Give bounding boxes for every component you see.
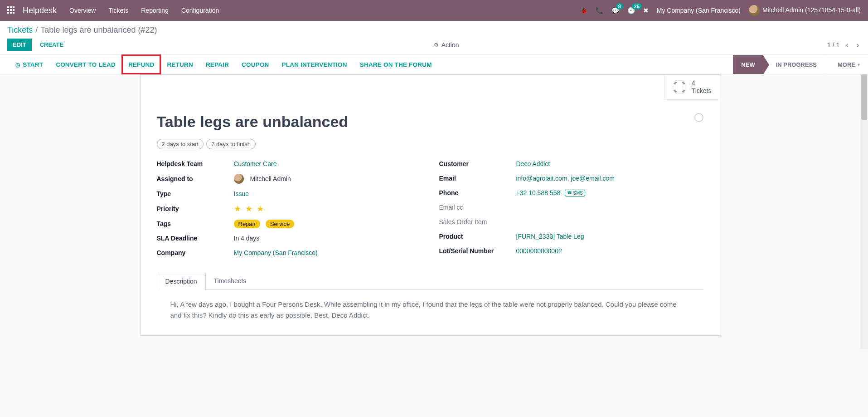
notebook-tabs: Description Timesheets bbox=[157, 273, 703, 290]
value-company[interactable]: My Company (San Francisco) bbox=[234, 249, 318, 256]
scrollbar-thumb[interactable] bbox=[861, 74, 867, 120]
tag-service[interactable]: Service bbox=[266, 220, 294, 228]
label-deadline: SLA Deadline bbox=[157, 235, 234, 242]
label-emailcc: Email cc bbox=[439, 204, 516, 211]
scrollbar[interactable]: ▲ bbox=[860, 74, 868, 349]
user-menu[interactable]: Mitchell Admin (12571854-15-0-all) bbox=[749, 5, 861, 16]
label-product: Product bbox=[439, 233, 516, 240]
avatar-icon bbox=[234, 174, 244, 184]
tickets-label: Tickets bbox=[692, 87, 712, 95]
label-customer: Customer bbox=[439, 160, 516, 167]
avatar-icon bbox=[749, 5, 760, 16]
value-lot[interactable]: 0000000000002 bbox=[516, 247, 562, 255]
activities-icon[interactable]: 🕘25 bbox=[627, 7, 635, 14]
label-phone: Phone bbox=[439, 189, 516, 196]
value-email[interactable]: info@agrolait.com, joe@email.com bbox=[516, 175, 615, 182]
pager-prev-icon[interactable]: ‹ bbox=[844, 39, 850, 51]
actions-row: EDIT CREATE Action 1 / 1 ‹ › bbox=[7, 39, 861, 51]
repair-button[interactable]: REPAIR bbox=[199, 55, 235, 74]
create-button[interactable]: CREATE bbox=[38, 39, 65, 51]
stage-more[interactable]: MORE▾ bbox=[825, 55, 868, 74]
value-deadline: In 4 days bbox=[234, 235, 421, 242]
chevron-down-icon: ▾ bbox=[858, 62, 860, 67]
share-forum-button[interactable]: SHARE ON THE FORUM bbox=[354, 55, 438, 74]
priority-stars[interactable]: ★ ★ ★ bbox=[234, 204, 421, 214]
breadcrumb-current: Table legs are unbalanced (#22) bbox=[40, 25, 157, 35]
start-button[interactable]: START bbox=[9, 55, 49, 74]
pager: 1 / 1 ‹ › bbox=[827, 39, 861, 51]
status-bar: START CONVERT TO LEAD REFUND RETURN REPA… bbox=[0, 54, 868, 74]
ticket-title: Table legs are unbalanced bbox=[157, 113, 349, 131]
label-soi: Sales Order Item bbox=[439, 218, 516, 226]
topbar-right: 🐞 📞 💬8 🕘25 ✖ My Company (San Francisco) … bbox=[580, 5, 861, 16]
stage-in-progress[interactable]: IN PROGRESS bbox=[763, 55, 825, 74]
value-product[interactable]: [FURN_2333] Table Leg bbox=[516, 233, 584, 240]
form-sheet: 4Tickets Table legs are unbalanced 2 day… bbox=[140, 74, 720, 336]
top-nav: Overview Tickets Reporting Configuration bbox=[69, 7, 580, 14]
label-company: Company bbox=[157, 249, 234, 256]
user-name: Mitchell Admin (12571854-15-0-all) bbox=[762, 6, 861, 14]
label-lot: Lot/Serial Number bbox=[439, 247, 516, 255]
breadcrumb-root[interactable]: Tickets bbox=[7, 25, 33, 35]
messages-icon[interactable]: 💬8 bbox=[611, 7, 619, 14]
tools-icon[interactable]: ✖ bbox=[643, 7, 649, 14]
refund-button[interactable]: REFUND bbox=[122, 55, 160, 74]
nav-configuration[interactable]: Configuration bbox=[181, 7, 219, 14]
coupon-button[interactable]: COUPON bbox=[235, 55, 275, 74]
label-priority: Priority bbox=[157, 205, 234, 212]
value-team[interactable]: Customer Care bbox=[234, 160, 277, 167]
control-panel: Tickets / Table legs are unbalanced (#22… bbox=[0, 21, 868, 54]
sla-pill: 2 days to start bbox=[157, 139, 204, 149]
plan-intervention-button[interactable]: PLAN INTERVENTION bbox=[276, 55, 354, 74]
return-button[interactable]: RETURN bbox=[160, 55, 199, 74]
pager-next-icon[interactable]: › bbox=[855, 39, 861, 51]
sms-button[interactable]: SMS bbox=[565, 190, 585, 196]
lifering-icon bbox=[673, 80, 686, 94]
action-dropdown[interactable]: Action bbox=[434, 41, 459, 49]
sla-pill: 7 days to finish bbox=[206, 139, 256, 149]
pager-value: 1 / 1 bbox=[827, 41, 839, 49]
topbar: Helpdesk Overview Tickets Reporting Conf… bbox=[0, 0, 868, 21]
tab-timesheets[interactable]: Timesheets bbox=[206, 273, 255, 289]
value-type[interactable]: Issue bbox=[234, 190, 249, 197]
activities-badge: 25 bbox=[632, 3, 642, 10]
app-brand[interactable]: Helpdesk bbox=[23, 6, 57, 15]
apps-icon[interactable] bbox=[7, 6, 15, 15]
tab-description[interactable]: Description bbox=[157, 273, 206, 290]
nav-overview[interactable]: Overview bbox=[69, 7, 96, 14]
stage-new[interactable]: NEW bbox=[733, 55, 763, 74]
breadcrumb-sep: / bbox=[35, 25, 38, 35]
nav-reporting[interactable]: Reporting bbox=[141, 7, 169, 14]
phone-icon[interactable]: 📞 bbox=[596, 7, 603, 14]
description-body: Hi, A few days ago, I bought a Four Pers… bbox=[157, 290, 703, 324]
edit-button[interactable]: EDIT bbox=[7, 39, 32, 51]
label-tags: Tags bbox=[157, 220, 234, 227]
nav-tickets[interactable]: Tickets bbox=[108, 7, 128, 14]
label-email: Email bbox=[439, 175, 516, 182]
label-assigned: Assigned to bbox=[157, 175, 234, 182]
convert-to-lead-button[interactable]: CONVERT TO LEAD bbox=[49, 55, 122, 74]
value-customer[interactable]: Deco Addict bbox=[516, 160, 550, 167]
label-type: Type bbox=[157, 190, 234, 197]
sla-pills: 2 days to start 7 days to finish bbox=[157, 139, 703, 149]
tickets-count: 4 bbox=[692, 79, 712, 87]
tickets-stat-button[interactable]: 4Tickets bbox=[664, 75, 720, 100]
value-phone[interactable]: +32 10 588 558 bbox=[516, 189, 561, 196]
bug-icon[interactable]: 🐞 bbox=[580, 7, 587, 14]
kanban-state-icon[interactable] bbox=[694, 113, 703, 122]
tag-repair[interactable]: Repair bbox=[234, 220, 260, 228]
stage-bar: NEW IN PROGRESS MORE▾ bbox=[733, 55, 868, 74]
messages-badge: 8 bbox=[616, 3, 623, 10]
main-content: 4Tickets Table legs are unbalanced 2 day… bbox=[0, 74, 860, 349]
label-team: Helpdesk Team bbox=[157, 160, 234, 167]
company-selector[interactable]: My Company (San Francisco) bbox=[657, 7, 741, 14]
breadcrumb: Tickets / Table legs are unbalanced (#22… bbox=[7, 25, 861, 35]
value-assigned: Mitchell Admin bbox=[250, 175, 291, 182]
